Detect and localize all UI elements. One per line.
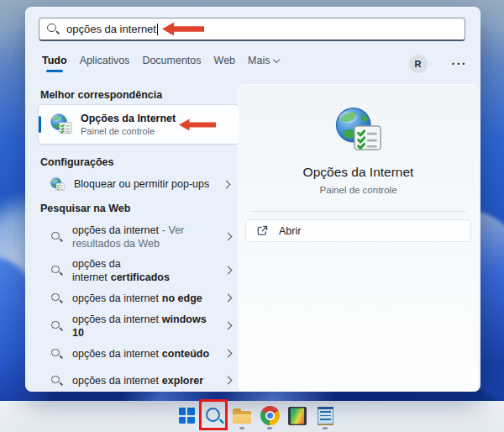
- suggestion-text: opções da internetexplorer: [72, 374, 203, 387]
- suggestion-text: opções da internetwindows 10: [72, 313, 213, 340]
- chevron-right-icon: [224, 294, 233, 303]
- file-explorer-button[interactable]: [230, 403, 254, 431]
- section-heading-settings: Configurações: [40, 156, 114, 168]
- web-search-suggestion[interactable]: opções da internetconteúdo: [39, 341, 239, 366]
- chrome-button[interactable]: [258, 403, 281, 431]
- annotation-arrow-best-match: [179, 118, 216, 132]
- text-caret: [157, 24, 158, 35]
- search-input[interactable]: opções da internet: [39, 18, 465, 41]
- search-icon: [51, 349, 62, 360]
- tab-aplicativos[interactable]: Aplicativos: [80, 55, 130, 66]
- web-search-suggestion[interactable]: opções da internetexplorer: [39, 368, 239, 393]
- annotation-highlight-box: [199, 399, 228, 430]
- preview-pane: Opções da Internet Painel de controle Ab…: [238, 84, 479, 392]
- chevron-right-icon: [224, 377, 233, 385]
- search-query-text: opções da internet: [66, 23, 156, 35]
- divider: [251, 211, 465, 212]
- running-indicator: [267, 427, 272, 429]
- overflow-menu-button[interactable]: ···: [452, 55, 468, 72]
- chevron-down-icon: [273, 56, 280, 63]
- tab-mais[interactable]: Mais: [248, 55, 279, 66]
- internet-options-icon: [50, 113, 72, 135]
- settings-item-popups[interactable]: Bloquear ou permitir pop-ups: [39, 171, 239, 197]
- suggestion-text: opções da internetno edge: [72, 292, 202, 305]
- section-heading-best-match: Melhor correspondência: [40, 89, 162, 101]
- tab-web[interactable]: Web: [214, 55, 235, 66]
- open-action[interactable]: Abrir: [246, 220, 470, 241]
- result-text: Opções da Internet Painel de controle: [81, 113, 176, 136]
- web-search-suggestion[interactable]: opções da internetno edge: [39, 286, 239, 311]
- internet-options-icon: [335, 107, 382, 154]
- running-indicator: [323, 427, 328, 429]
- open-action-label: Abrir: [279, 225, 301, 237]
- photos-button[interactable]: [286, 403, 309, 431]
- suggestion-text: opções da internetconteúdo: [72, 347, 209, 361]
- tab-tudo[interactable]: Tudo: [42, 55, 67, 72]
- windows-logo-icon: [179, 408, 195, 424]
- settings-item-label: Bloquear ou permitir pop-ups: [74, 178, 209, 190]
- result-subtitle: Painel de controle: [81, 126, 176, 136]
- web-search-suggestion[interactable]: opções da internetwindows 10: [39, 313, 239, 340]
- search-flyout-panel: opções da internet Tudo Aplicativos Docu…: [25, 7, 480, 392]
- section-heading-web-search: Pesquisar na Web: [40, 203, 130, 214]
- result-opcoes-da-internet[interactable]: Opções da Internet Painel de controle: [39, 105, 239, 144]
- suggestion-text: opções da internetcertificados: [72, 257, 213, 284]
- annotation-arrow-search: [162, 21, 204, 37]
- suggestion-text: opções da internet- Ver resultados da We…: [72, 224, 213, 250]
- search-icon: [51, 266, 62, 277]
- chevron-right-icon: [224, 266, 233, 275]
- web-search-suggestion[interactable]: opções da internet- Ver resultados da We…: [39, 219, 239, 256]
- notepad-button[interactable]: [313, 403, 337, 431]
- chrome-icon: [260, 406, 280, 425]
- running-indicator: [239, 427, 244, 429]
- internet-options-icon: [50, 177, 65, 192]
- notepad-icon: [318, 407, 333, 425]
- folder-icon: [233, 408, 251, 424]
- search-icon: [51, 321, 62, 332]
- open-external-icon: [256, 224, 269, 237]
- start-button[interactable]: [175, 403, 198, 431]
- tab-documentos[interactable]: Documentos: [142, 55, 201, 66]
- web-search-suggestion[interactable]: opções da internetcertificados: [39, 257, 239, 284]
- search-icon: [51, 232, 62, 243]
- preview-subtitle: Painel de controle: [238, 185, 479, 195]
- web-suggestions-list: opções da internet- Ver resultados da We…: [39, 219, 239, 393]
- search-icon: [47, 24, 59, 35]
- active-tab-underline: [46, 70, 63, 72]
- search-icon: [51, 376, 62, 387]
- selection-accent-bar: [39, 116, 41, 133]
- preview-title: Opções da Internet: [238, 165, 479, 180]
- search-icon: [51, 293, 62, 304]
- chevron-right-icon: [224, 233, 233, 241]
- chevron-right-icon: [223, 180, 231, 188]
- filmstrip-icon: [288, 407, 307, 425]
- taskbar: [0, 401, 504, 432]
- user-avatar[interactable]: R: [409, 55, 428, 73]
- windows-search-screenshot: opções da internet Tudo Aplicativos Docu…: [0, 0, 504, 432]
- search-filter-tabs: Tudo Aplicativos Documentos Web Mais R ·…: [42, 55, 467, 73]
- chevron-right-icon: [224, 322, 233, 330]
- result-title: Opções da Internet: [81, 113, 176, 124]
- chevron-right-icon: [224, 350, 233, 358]
